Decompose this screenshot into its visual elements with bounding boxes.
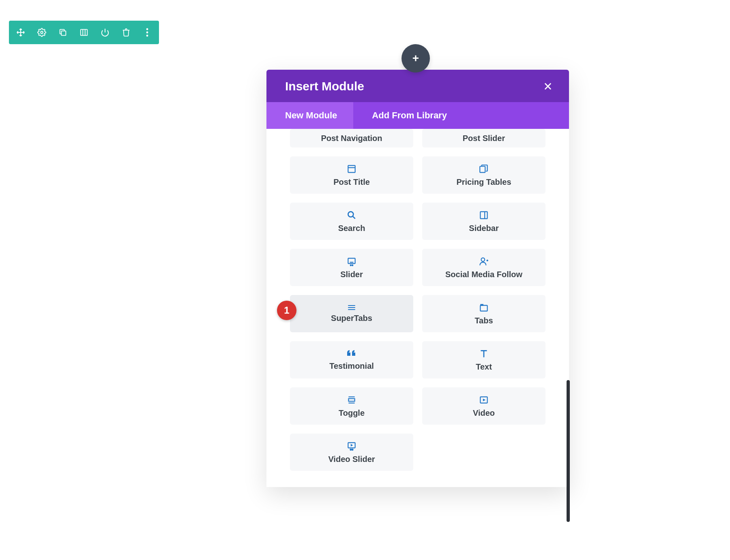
scrollbar[interactable]	[567, 380, 570, 522]
svg-point-14	[348, 212, 353, 217]
person-plus-icon	[479, 256, 489, 267]
module-grid: Post Navigation Post Slider Post Title P…	[290, 129, 545, 471]
svg-rect-13	[480, 166, 485, 172]
tables-icon	[479, 164, 489, 174]
module-supertabs[interactable]: 1 SuperTabs	[290, 295, 413, 332]
module-video[interactable]: Video	[422, 387, 545, 425]
text-icon	[479, 348, 489, 359]
modal-body: Post Navigation Post Slider Post Title P…	[266, 129, 569, 487]
tab-new-module[interactable]: New Module	[266, 102, 353, 129]
annotation-number: 1	[284, 305, 289, 316]
columns-icon[interactable]	[78, 26, 90, 38]
module-tabs[interactable]: Tabs	[422, 295, 545, 332]
more-icon[interactable]	[141, 26, 153, 38]
quote-icon	[346, 349, 357, 358]
move-icon[interactable]	[15, 26, 27, 38]
module-label: Video	[473, 408, 495, 418]
module-toggle[interactable]: Toggle	[290, 387, 413, 425]
insert-module-modal: Insert Module New Module Add From Librar…	[266, 70, 569, 487]
svg-rect-16	[480, 212, 487, 218]
modal-header: Insert Module	[266, 70, 569, 102]
sidebar-icon	[479, 210, 489, 220]
module-label: Post Title	[333, 177, 370, 187]
svg-point-6	[146, 28, 148, 30]
module-social-media-follow[interactable]: Social Media Follow	[422, 249, 545, 286]
module-sidebar[interactable]: Sidebar	[422, 203, 545, 240]
svg-rect-2	[81, 30, 88, 36]
svg-point-0	[41, 31, 43, 34]
module-label: Testimonial	[329, 361, 374, 371]
module-label: Video Slider	[328, 455, 375, 464]
annotation-badge: 1	[277, 301, 296, 320]
svg-rect-28	[480, 305, 487, 311]
module-search[interactable]: Search	[290, 203, 413, 240]
module-label: Toggle	[339, 408, 365, 418]
module-post-navigation[interactable]: Post Navigation	[290, 129, 413, 147]
window-icon	[346, 164, 357, 174]
close-icon[interactable]	[541, 80, 554, 93]
svg-point-20	[350, 265, 351, 265]
video-icon	[479, 395, 489, 405]
module-label: Post Navigation	[321, 134, 382, 143]
svg-marker-36	[483, 398, 486, 401]
svg-point-39	[350, 449, 351, 450]
module-text[interactable]: Text	[422, 341, 545, 378]
slider-icon	[346, 256, 357, 267]
svg-rect-18	[348, 258, 355, 263]
svg-line-15	[353, 216, 355, 218]
toggle-icon	[346, 395, 357, 405]
delete-icon[interactable]	[120, 26, 132, 38]
modal-tabs: New Module Add From Library	[266, 102, 569, 129]
module-video-slider[interactable]: Video Slider	[290, 434, 413, 471]
module-post-title[interactable]: Post Title	[290, 156, 413, 194]
module-label: Pricing Tables	[456, 177, 511, 187]
module-label: SuperTabs	[331, 314, 372, 323]
svg-rect-11	[348, 165, 355, 172]
svg-rect-1	[61, 31, 66, 35]
module-label: Post Slider	[463, 134, 505, 143]
bars-icon	[348, 305, 356, 310]
module-testimonial[interactable]: Testimonial	[290, 341, 413, 378]
plus-icon: +	[412, 52, 419, 65]
modal-title: Insert Module	[285, 79, 364, 93]
tab-add-from-library[interactable]: Add From Library	[353, 102, 463, 129]
duplicate-icon[interactable]	[57, 26, 69, 38]
module-label: Search	[338, 224, 365, 233]
gear-icon[interactable]	[36, 26, 48, 38]
tab-icon	[479, 302, 489, 313]
module-slider[interactable]: Slider	[290, 249, 413, 286]
tab-label: New Module	[285, 110, 337, 120]
module-label: Slider	[340, 270, 363, 279]
power-icon[interactable]	[99, 26, 111, 38]
module-label: Social Media Follow	[445, 270, 522, 279]
svg-marker-38	[351, 444, 353, 447]
add-module-button[interactable]: +	[402, 44, 430, 73]
module-post-slider[interactable]: Post Slider	[422, 129, 545, 147]
module-label: Sidebar	[469, 224, 498, 233]
tab-label: Add From Library	[372, 110, 447, 120]
section-controls-toolbar	[9, 21, 159, 44]
module-label: Text	[476, 362, 492, 372]
video-slider-icon	[346, 441, 357, 451]
svg-rect-29	[480, 304, 483, 306]
svg-point-7	[146, 32, 148, 34]
svg-rect-33	[348, 398, 354, 401]
svg-point-40	[352, 449, 353, 450]
svg-point-8	[146, 35, 148, 37]
module-label: Tabs	[474, 316, 493, 325]
svg-point-21	[352, 265, 353, 265]
module-pricing-tables[interactable]: Pricing Tables	[422, 156, 545, 194]
svg-point-22	[481, 258, 485, 261]
search-icon	[346, 210, 357, 220]
